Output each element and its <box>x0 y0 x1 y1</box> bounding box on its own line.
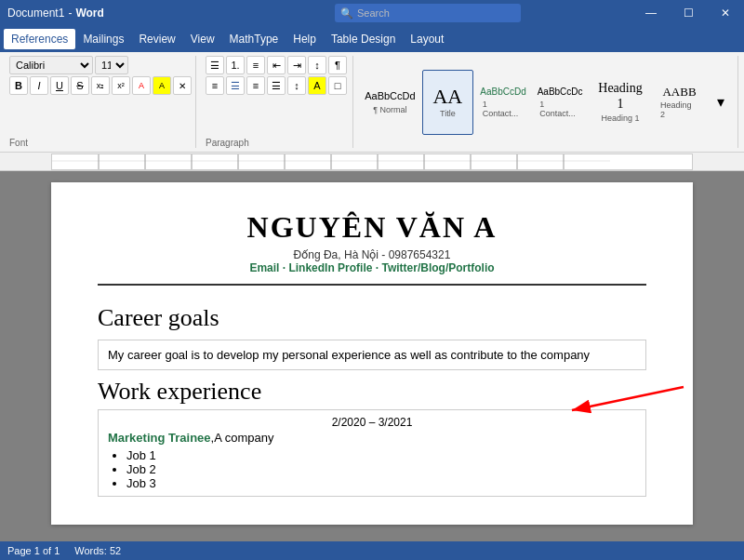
align-left-button[interactable]: ≡ <box>206 76 224 95</box>
work-title: Marketing Trainee <box>108 431 211 445</box>
search-box[interactable]: 🔍 Search <box>335 4 521 22</box>
app-title: Word <box>75 7 103 20</box>
status-bar: Page 1 of 1 Words: 52 <box>0 541 744 560</box>
work-date: 2/2020 – 3/2021 <box>108 416 636 429</box>
career-goals-heading: Career goals <box>98 304 646 332</box>
career-goals-text: My career goal is to develop my personal… <box>108 348 590 362</box>
multilevel-button[interactable]: ≡ <box>246 56 265 74</box>
strikethrough-button[interactable]: S <box>71 76 89 95</box>
resume-header: NGUYÊN VĂN A Đống Đa, Hà Nội - 098765432… <box>98 210 646 286</box>
page-info: Page 1 of 1 <box>7 545 60 556</box>
para-row-1: ☰ 1. ≡ ⇤ ⇥ ↕ ¶ <box>206 56 347 74</box>
more-styles-button[interactable]: ▾ <box>708 91 734 113</box>
work-experience-heading: Work experience <box>98 378 646 406</box>
title-separator: - <box>68 7 72 20</box>
style-contact1[interactable]: AaBbCcDd 1 Contact... <box>476 70 530 135</box>
search-placeholder: Search <box>357 7 390 19</box>
font-group-label: Font <box>9 138 192 148</box>
ruler <box>0 153 744 171</box>
show-formatting-button[interactable]: ¶ <box>328 56 347 74</box>
font-group: Calibri 11 B I U S x₂ x² A A ✕ Font <box>6 56 196 148</box>
title-section: Document1 - Word <box>7 7 104 20</box>
bold-button[interactable]: B <box>9 76 28 95</box>
styles-gallery: AaBbCcDd ¶ Normal AA Title AaBbCcDd 1 Co… <box>357 56 738 148</box>
menu-item-help[interactable]: Help <box>286 29 324 49</box>
font-size-select[interactable]: 11 <box>95 56 128 74</box>
paragraph-group: ☰ 1. ≡ ⇤ ⇥ ↕ ¶ ≡ ☰ ≡ ☰ ↕ A □ Paragraph <box>200 56 353 148</box>
menu-item-layout[interactable]: Layout <box>403 29 451 49</box>
window-controls: — ☐ ✕ <box>632 0 744 26</box>
work-entry[interactable]: 2/2020 – 3/2021 Marketing Trainee,A comp… <box>98 409 646 497</box>
work-bullets-list: Job 1 Job 2 Job 3 <box>108 448 636 490</box>
align-right-button[interactable]: ≡ <box>246 76 265 95</box>
superscript-button[interactable]: x² <box>112 76 130 95</box>
menu-item-mathtype[interactable]: MathType <box>222 29 286 49</box>
shading-button[interactable]: A <box>308 76 326 95</box>
work-section: Work experience 2/2020 – 3/2021 Marketin… <box>98 378 646 497</box>
subscript-button[interactable]: x₂ <box>91 76 110 95</box>
bullets-button[interactable]: ☰ <box>206 56 224 74</box>
search-icon: 🔍 <box>340 7 353 20</box>
word-count: Words: 52 <box>74 545 121 556</box>
document-title: Document1 <box>7 7 64 20</box>
menu-bar: References Mailings Review View MathType… <box>0 26 744 52</box>
menu-item-review[interactable]: Review <box>131 29 182 49</box>
clear-format-button[interactable]: ✕ <box>173 76 192 95</box>
increase-indent-button[interactable]: ⇥ <box>287 56 306 74</box>
title-bar: Document1 - Word 🔍 Search — ☐ ✕ <box>0 0 744 26</box>
style-heading2[interactable]: AABB Heading 2 <box>654 70 705 135</box>
style-title[interactable]: AA Title <box>422 70 473 135</box>
minimize-button[interactable]: — <box>632 0 670 26</box>
menu-item-mailings[interactable]: Mailings <box>75 29 131 49</box>
page: NGUYÊN VĂN A Đống Đa, Hà Nội - 098765432… <box>51 182 693 525</box>
font-row-2: B I U S x₂ x² A A ✕ <box>9 76 192 95</box>
resume-address: Đống Đa, Hà Nội - 0987654321 <box>98 248 646 261</box>
highlight-button[interactable]: A <box>153 76 171 95</box>
style-normal[interactable]: AaBbCcDd ¶ Normal <box>361 70 419 135</box>
ruler-svg <box>52 153 692 170</box>
work-bullet-2: Job 2 <box>126 462 636 476</box>
line-spacing-button[interactable]: ↕ <box>287 76 306 95</box>
menu-item-references[interactable]: References <box>4 29 75 49</box>
justify-button[interactable]: ☰ <box>267 76 286 95</box>
style-heading1[interactable]: Heading 1 Heading 1 <box>590 70 651 135</box>
borders-button[interactable]: □ <box>328 76 347 95</box>
font-color-button[interactable]: A <box>132 76 151 95</box>
decrease-indent-button[interactable]: ⇤ <box>267 56 286 74</box>
work-title-line: Marketing Trainee,A company <box>108 431 636 445</box>
close-button[interactable]: ✕ <box>707 0 744 26</box>
menu-item-view[interactable]: View <box>183 29 222 49</box>
font-name-select[interactable]: Calibri <box>9 56 93 74</box>
work-bullet-1: Job 1 <box>126 448 636 462</box>
paragraph-group-label: Paragraph <box>206 138 347 148</box>
work-company: ,A company <box>211 431 274 445</box>
underline-button[interactable]: U <box>50 76 69 95</box>
career-goals-content[interactable]: My career goal is to develop my personal… <box>98 340 646 370</box>
maximize-button[interactable]: ☐ <box>670 0 707 26</box>
sort-button[interactable]: ↕ <box>308 56 326 74</box>
para-row-2: ≡ ☰ ≡ ☰ ↕ A □ <box>206 76 347 95</box>
resume-links: Email · LinkedIn Profile · Twitter/Blog/… <box>98 261 646 274</box>
doc-area: NGUYÊN VĂN A Đống Đa, Hà Nội - 098765432… <box>0 171 744 541</box>
italic-button[interactable]: I <box>30 76 48 95</box>
font-row-1: Calibri 11 <box>9 56 192 74</box>
resume-name: NGUYÊN VĂN A <box>98 210 646 245</box>
align-center-button[interactable]: ☰ <box>226 76 245 95</box>
ribbon-content: Calibri 11 B I U S x₂ x² A A ✕ Font <box>0 52 744 152</box>
ribbon: Calibri 11 B I U S x₂ x² A A ✕ Font <box>0 52 744 153</box>
menu-item-table-design[interactable]: Table Design <box>324 29 403 49</box>
work-bullet-3: Job 3 <box>126 476 636 490</box>
style-contact2[interactable]: AaBbCcDc 1 Contact... <box>533 70 587 135</box>
numbering-button[interactable]: 1. <box>226 56 245 74</box>
ruler-inner <box>51 153 693 170</box>
